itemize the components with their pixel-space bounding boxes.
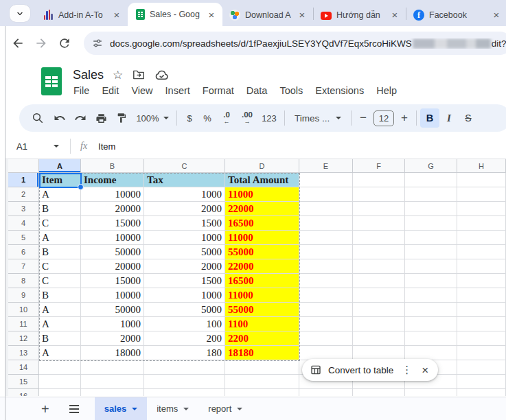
name-box[interactable]: A1	[16, 141, 54, 152]
cell-C6[interactable]: 5000	[144, 245, 225, 259]
menu-view[interactable]: View	[125, 83, 159, 98]
cell-F4[interactable]	[353, 216, 405, 231]
cell-F3[interactable]	[353, 202, 405, 216]
sheets-logo-icon[interactable]	[41, 67, 62, 95]
cell-E5[interactable]	[299, 231, 353, 245]
cell-A3[interactable]: B	[39, 202, 81, 216]
browser-tab-h-ng-d-n[interactable]: Hướng dẫn×	[314, 3, 406, 26]
menu-data[interactable]: Data	[240, 83, 274, 98]
cell-C10[interactable]: 5000	[144, 303, 225, 317]
cell-F5[interactable]	[353, 231, 405, 245]
row-header-2[interactable]: 2	[8, 187, 39, 202]
add-sheet-button[interactable]: +	[41, 402, 49, 416]
forward-button[interactable]	[34, 36, 48, 50]
cell-B12[interactable]: 2000	[81, 331, 144, 346]
row-header-7[interactable]: 7	[8, 259, 39, 274]
cell-E7[interactable]	[299, 259, 353, 274]
cell-A4[interactable]: C	[39, 216, 81, 231]
cell-F11[interactable]	[353, 317, 405, 331]
cell-B4[interactable]: 15000	[81, 216, 144, 231]
sheet-tab-report[interactable]: report	[198, 397, 252, 420]
browser-tab-sales-goog[interactable]: Sales - Goog×	[128, 3, 222, 26]
cell-D10[interactable]: 55000	[225, 303, 299, 317]
cell-E9[interactable]	[299, 288, 353, 303]
column-header-F[interactable]: F	[353, 159, 405, 173]
more-formats-button[interactable]: 123	[257, 108, 281, 128]
row-header-11[interactable]: 11	[8, 317, 39, 331]
browser-tab-download-a[interactable]: Download A×	[222, 3, 313, 26]
cell-F10[interactable]	[353, 303, 405, 317]
paint-format-button[interactable]	[111, 108, 132, 128]
cell-E10[interactable]	[299, 303, 353, 317]
cell-F8[interactable]	[353, 274, 405, 288]
cell-C7[interactable]: 2000	[144, 259, 225, 274]
font-select[interactable]: Times ...	[288, 108, 347, 128]
cell-E2[interactable]	[299, 187, 353, 202]
cell-A13[interactable]: A	[39, 346, 81, 360]
star-icon[interactable]: ☆	[113, 69, 123, 81]
row-header-16[interactable]: 16	[8, 389, 39, 396]
cell-D12[interactable]: 2200	[225, 331, 299, 346]
cell-F13[interactable]	[353, 346, 405, 360]
cell-B10[interactable]: 50000	[81, 303, 144, 317]
more-options-icon[interactable]: ⋮	[400, 364, 413, 376]
cell-B15[interactable]	[81, 375, 144, 389]
cell-D11[interactable]: 1100	[225, 317, 299, 331]
cell-A6[interactable]: B	[39, 245, 81, 259]
cell-D4[interactable]: 16500	[225, 216, 299, 231]
cell-A1[interactable]: Item	[39, 173, 81, 187]
row-header-1[interactable]: 1	[8, 173, 39, 187]
url-bar[interactable]: docs.google.com/spreadsheets/d/1fPaexjiu…	[84, 32, 506, 55]
column-header-H[interactable]: H	[457, 159, 506, 173]
menu-insert[interactable]: Insert	[159, 83, 196, 98]
italic-button[interactable]: I	[439, 108, 459, 128]
cell-D13[interactable]: 18180	[225, 346, 299, 360]
cell-H3[interactable]	[457, 202, 506, 216]
cell-E8[interactable]	[299, 274, 353, 288]
menu-format[interactable]: Format	[196, 83, 240, 98]
grid-corner[interactable]	[8, 159, 39, 173]
cell-H15[interactable]	[457, 375, 506, 389]
cell-C11[interactable]: 100	[144, 317, 225, 331]
cell-F16[interactable]	[353, 389, 405, 396]
cell-D2[interactable]: 11000	[225, 187, 299, 202]
cell-C2[interactable]: 1000	[144, 187, 225, 202]
cell-G13[interactable]	[405, 346, 457, 360]
cell-A14[interactable]	[39, 360, 81, 375]
sheet-tab-items[interactable]: items	[147, 397, 198, 420]
fill-handle[interactable]	[78, 184, 84, 190]
menu-edit[interactable]: Edit	[95, 83, 125, 98]
cell-C8[interactable]: 1500	[144, 274, 225, 288]
column-header-D[interactable]: D	[225, 159, 299, 173]
cell-C4[interactable]: 1500	[144, 216, 225, 231]
column-header-C[interactable]: C	[144, 159, 225, 173]
redo-button[interactable]	[70, 108, 91, 128]
row-header-15[interactable]: 15	[8, 375, 39, 389]
cell-G5[interactable]	[405, 231, 457, 245]
cell-E12[interactable]	[299, 331, 353, 346]
cell-G12[interactable]	[405, 331, 457, 346]
document-title[interactable]: Sales	[73, 68, 104, 82]
cell-A16[interactable]	[39, 389, 81, 396]
row-header-10[interactable]: 10	[8, 303, 39, 317]
increase-decimal-button[interactable]: .00→	[237, 108, 257, 128]
row-header-4[interactable]: 4	[8, 216, 39, 231]
cell-H11[interactable]	[457, 317, 506, 331]
chevron-down-icon[interactable]	[183, 408, 189, 410]
chevron-down-icon[interactable]	[132, 408, 137, 410]
cell-D3[interactable]: 22000	[225, 202, 299, 216]
cell-H6[interactable]	[457, 245, 506, 259]
menu-help[interactable]: Help	[370, 83, 403, 98]
cell-E1[interactable]	[299, 173, 353, 187]
formula-input[interactable]: Item	[98, 141, 115, 152]
close-icon[interactable]: ×	[420, 364, 430, 376]
decrease-font-size-button[interactable]: −	[355, 108, 371, 128]
cell-B16[interactable]	[81, 389, 144, 396]
cell-C9[interactable]: 1000	[144, 288, 225, 303]
reload-button[interactable]	[58, 36, 71, 50]
undo-button[interactable]	[49, 108, 70, 128]
cell-A7[interactable]: C	[39, 259, 81, 274]
strikethrough-button[interactable]: S	[459, 108, 478, 128]
cell-A8[interactable]: C	[39, 274, 81, 288]
cell-B14[interactable]	[81, 360, 144, 375]
